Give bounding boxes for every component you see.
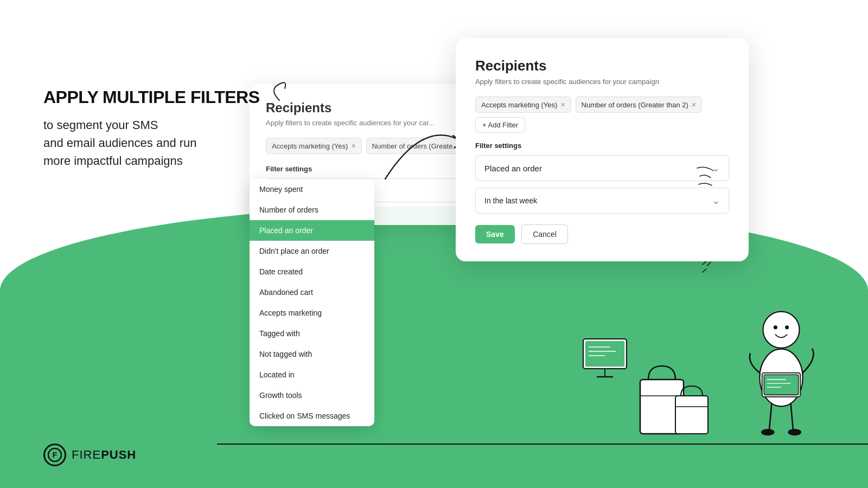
fg-filter-settings-label: Filter settings	[475, 142, 729, 150]
dropdown-item-not-tagged-with[interactable]: Not tagged with	[250, 344, 374, 364]
foreground-recipients-card: Recipients Apply filters to create speci…	[456, 38, 749, 261]
svg-point-5	[785, 325, 789, 329]
logo-icon: F	[43, 444, 66, 466]
doodle-lines-near-save	[694, 163, 716, 190]
bottom-divider-line	[217, 444, 868, 445]
add-filter-button[interactable]: + Add Filter	[475, 117, 525, 133]
left-section: APPLY MULTIPLE FILTERS to segment your S…	[43, 87, 260, 170]
dropdown-item-didnt-place-order[interactable]: Didn't place an order	[250, 241, 374, 261]
dropdown-item-tagged-with[interactable]: Tagged with	[250, 323, 374, 344]
headline: APPLY MULTIPLE FILTERS	[43, 87, 260, 107]
bg-tag-marketing: Accepts marketing (Yes) ×	[266, 138, 362, 154]
dropdown-item-date-created[interactable]: Date created	[250, 261, 374, 282]
svg-line-26	[703, 261, 706, 265]
filter-dropdown-menu: Money spent Number of orders Placed an o…	[250, 179, 374, 426]
dropdown-item-growth-tools[interactable]: Growth tools	[250, 385, 374, 406]
last-week-dropdown[interactable]: In the last week ⌄	[475, 188, 729, 214]
fg-tag-orders-remove[interactable]: ×	[692, 100, 696, 109]
dropdown-item-accepts-marketing[interactable]: Accepts marketing	[250, 303, 374, 323]
svg-line-28	[703, 269, 706, 272]
doodle-slash-marks	[700, 260, 716, 277]
dropdown-item-clicked-sms[interactable]: Clicked on SMS messages	[250, 406, 374, 426]
laptop-stand-illustration	[580, 336, 635, 380]
last-week-chevron-icon: ⌄	[712, 195, 720, 207]
dropdown-item-placed-order[interactable]: Placed an order	[250, 220, 374, 241]
character-illustration	[727, 282, 835, 445]
cancel-button[interactable]: Cancel	[521, 224, 568, 244]
fg-tag-orders: Number of orders (Greater than 2) ×	[576, 97, 702, 113]
dropdown-item-abandoned-cart[interactable]: Abandoned cart	[250, 282, 374, 303]
dropdown-item-number-of-orders[interactable]: Number of orders	[250, 200, 374, 220]
svg-rect-7	[764, 375, 799, 395]
fg-tag-marketing: Accepts marketing (Yes) ×	[475, 97, 571, 113]
shopping-bags-illustration	[629, 336, 716, 445]
svg-point-3	[763, 312, 799, 348]
logo-text: FIREPUSH	[72, 448, 136, 462]
action-buttons: Save Cancel	[475, 224, 729, 244]
fg-card-subtitle: Apply filters to create specific audienc…	[475, 78, 729, 86]
bg-tag-orders: Number of orders (Greate...	[366, 138, 465, 154]
fg-card-title: Recipients	[475, 57, 729, 74]
save-button[interactable]: Save	[475, 225, 515, 243]
svg-point-4	[774, 325, 777, 329]
svg-line-27	[707, 262, 711, 266]
dropdown-item-money-spent[interactable]: Money spent	[250, 179, 374, 200]
logo: F FIREPUSH	[43, 444, 136, 466]
svg-rect-18	[585, 341, 624, 367]
placed-order-dropdown[interactable]: Placed an order ⌄	[475, 155, 729, 181]
svg-text:F: F	[53, 451, 58, 459]
svg-point-11	[761, 429, 775, 435]
svg-point-12	[788, 429, 801, 435]
fg-tag-marketing-remove[interactable]: ×	[560, 100, 565, 109]
dropdown-item-located-in[interactable]: Located in	[250, 364, 374, 385]
subtext: to segment your SMS and email audiences …	[43, 116, 260, 170]
fg-filter-tags: Accepts marketing (Yes) × Number of orde…	[475, 97, 729, 133]
bg-tag-marketing-remove[interactable]: ×	[351, 142, 355, 150]
svg-rect-15	[675, 396, 708, 434]
